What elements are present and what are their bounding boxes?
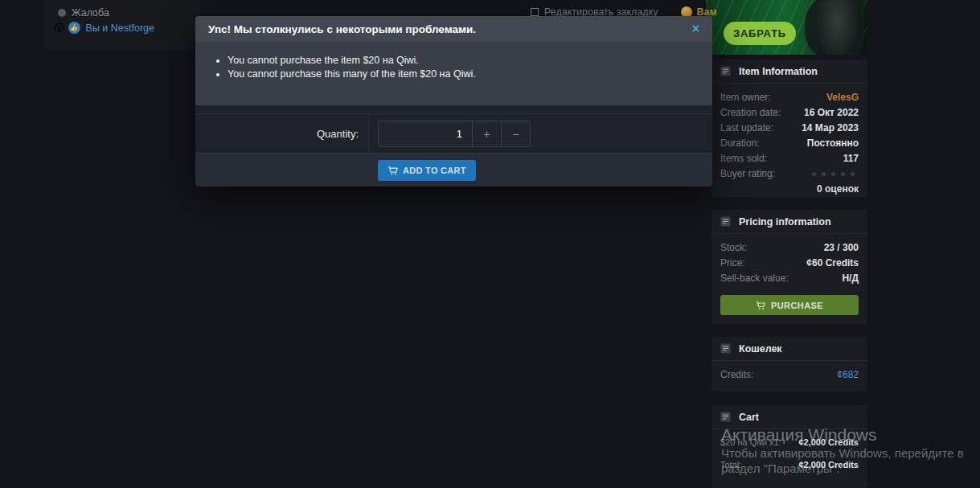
list-icon [720,216,731,227]
info-label: Duration: [720,137,760,149]
quantity-increment-button[interactable]: + [472,121,502,147]
modal-header: Упс! Мы столкнулись с некоторыми проблем… [195,16,712,42]
quantity-input[interactable] [378,121,473,147]
report-row: Жалоба [58,7,109,18]
report-link[interactable]: Жалоба [72,7,109,18]
bookmark-icon [531,8,539,16]
panel-header: Cart [711,405,867,429]
info-row: Duration: Постоянно [720,137,859,149]
info-value: 14 Мар 2023 [802,122,859,133]
info-row: Last update: 14 Мар 2023 [720,122,859,133]
add-to-cart-button[interactable]: ADD TO CART [378,160,476,181]
item-information-panel: Item Information Item owner: VelesG Crea… [711,59,867,197]
modal-title: Упс! Мы столкнулись с некоторыми проблем… [208,23,692,35]
panel-body: Credits: ¢682 [711,361,867,391]
purchase-button[interactable]: PURCHASE [720,295,859,315]
info-label: Sell-back value: [720,273,789,284]
info-label: Item owner: [720,92,771,103]
list-icon [720,412,731,422]
info-row: Stock: 23 / 300 [720,242,859,253]
info-value: 23 / 300 [824,242,859,253]
cart-panel: Cart $20 на Qiwi x1: ¢2,000 Credits Tota… [711,405,867,488]
cart-total-label: Total: [720,460,741,470]
banner-figure [805,0,864,55]
pricing-information-panel: Pricing information Stock: 23 / 300 Pric… [711,210,867,324]
info-label: Stock: [720,242,747,253]
cart-total-price: ¢2,000 Credits [798,460,859,470]
post-card: Жалоба 😮 👍 Вы и Nestforge [44,0,199,50]
panel-header: Кошелек [711,337,867,361]
list-icon [720,343,731,354]
quantity-row: Quantity: + − [195,113,712,153]
info-row: Price: ¢60 Credits [720,257,859,269]
info-label: Credits: [720,369,753,380]
thumbs-up-reaction-icon[interactable]: 👍 [68,22,80,34]
credits-balance-link[interactable]: ¢682 [837,369,859,380]
cart-line-item: $20 на Qiwi x1: ¢2,000 Credits [720,437,859,447]
cart-icon [756,301,765,310]
reaction-row: 😮 👍 Вы и Nestforge [54,22,154,34]
panel-title: Item Information [739,66,818,77]
panel-body: Stock: 23 / 300 Price: ¢60 Credits Sell-… [711,234,867,322]
cart-total-row: Total: ¢2,000 Credits [720,460,859,470]
claim-button[interactable]: ЗАБРАТЬ [724,22,796,45]
info-value: Н/Д [842,273,859,284]
form-divider [368,114,369,153]
list-icon [720,66,731,76]
quantity-stepper: + − [378,121,531,147]
info-label: Price: [720,257,745,269]
panel-title: Cart [739,412,759,423]
info-label: Last update: [720,122,773,133]
modal-body: Quantity: + − [195,105,712,153]
error-message-block: You cannot purchase the item $20 на Qiwi… [195,42,712,105]
cart-icon [387,166,398,176]
panel-body: Item owner: VelesG Creation date: 16 Окт… [711,84,867,201]
info-row: Buyer rating: ★★★★★ [720,168,859,179]
cart-item-price: ¢2,000 Credits [798,437,859,447]
purchase-label: PURCHASE [771,301,823,310]
reactions-summary-link[interactable]: Вы и Nestforge [86,23,154,34]
rating-count: 0 оценок [720,183,859,195]
info-value: ¢60 Credits [806,257,859,269]
error-message: You cannot purchase this many of the ite… [228,68,699,81]
error-message: You cannot purchase the item $20 на Qiwi… [228,54,699,68]
quantity-label: Quantity: [195,114,359,154]
panel-header: Item Information [711,59,867,84]
info-label: Creation date: [720,107,781,118]
info-row: Sell-back value: Н/Д [720,273,859,284]
info-value: 16 Окт 2022 [804,107,859,118]
info-label: Items sold: [720,153,767,164]
quantity-decrement-button[interactable]: − [501,121,531,147]
info-row: Items sold: 117 [720,153,859,164]
report-dot-icon [58,9,66,17]
info-value: 117 [843,153,859,164]
info-value: Постоянно [807,137,859,149]
info-row: Creation date: 16 Окт 2022 [720,107,859,118]
wallet-panel: Кошелек Credits: ¢682 [711,337,867,392]
promo-banner[interactable]: ЗАБРАТЬ [706,0,867,55]
info-row: Credits: ¢682 [720,369,859,380]
item-owner-link[interactable]: VelesG [826,92,859,103]
panel-title: Pricing information [739,216,831,228]
page: Жалоба 😮 👍 Вы и Nestforge Редактировать … [0,0,980,488]
modal-footer: ADD TO CART [195,153,712,187]
panel-header: Pricing information [711,210,867,234]
rating-stars-icon: ★★★★★ [810,170,859,178]
cart-item-label: $20 на Qiwi x1: [720,437,781,447]
surprised-reaction-icon[interactable]: 😮 [54,22,65,34]
close-icon[interactable]: × [692,23,699,35]
info-row: Item owner: VelesG [720,92,859,103]
info-label: Buyer rating: [720,168,775,179]
add-to-cart-label: ADD TO CART [403,166,466,175]
panel-title: Кошелек [739,343,782,355]
panel-body: $20 на Qiwi x1: ¢2,000 Credits Total: ¢2… [711,429,867,480]
error-modal: Упс! Мы столкнулись с некоторыми проблем… [195,16,712,187]
